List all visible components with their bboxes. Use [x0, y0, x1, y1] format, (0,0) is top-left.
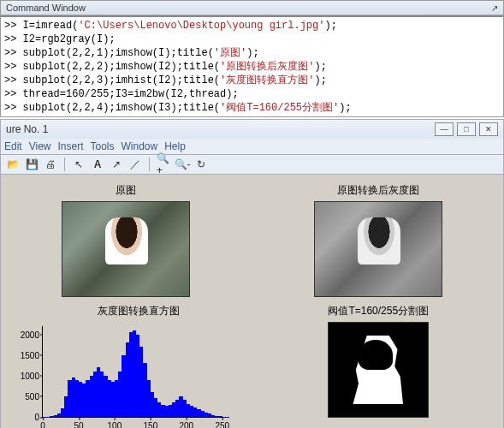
subplot-2: 原图转换后灰度图: [261, 183, 497, 297]
maximize-button[interactable]: □: [457, 122, 476, 136]
undock-icon[interactable]: ↗: [491, 3, 498, 13]
menu-tools[interactable]: Tools: [91, 140, 115, 152]
x-tick-label: 150: [144, 421, 158, 428]
y-tick-label: 1000: [10, 371, 39, 380]
command-line: >> I2=rgb2gray(I);: [4, 33, 500, 46]
command-window-body[interactable]: >> I=imread('C:\Users\Lenovo\Desktop\you…: [1, 15, 503, 116]
threshold-image: [328, 322, 429, 418]
open-icon[interactable]: 📂: [6, 158, 20, 171]
subplot-4: 阀值T=160/255分割图: [261, 304, 497, 428]
menu-view[interactable]: View: [29, 140, 51, 152]
y-tick-label: 2000: [10, 330, 39, 339]
subplot-2-title: 原图转换后灰度图: [337, 183, 419, 198]
x-tick-label: 100: [108, 421, 122, 428]
separator: [64, 158, 65, 171]
histogram-plot: 0500100015002000050100150200250: [8, 322, 230, 428]
x-tick-label: 50: [74, 421, 83, 428]
menu-window[interactable]: Window: [122, 140, 158, 152]
command-line: >> subplot(2,2,3);imhist(I2);title('灰度图转…: [4, 74, 500, 87]
command-line: >> thread=160/255;I3=im2bw(I2,thread);: [4, 87, 500, 101]
figure-menubar: EditViewInsertToolsWindowHelp: [0, 139, 504, 154]
histogram-bars: [43, 326, 226, 417]
window-buttons: — □ ✕: [435, 122, 498, 136]
original-image: [62, 201, 190, 297]
menu-edit[interactable]: Edit: [4, 140, 22, 152]
grayscale-image: [314, 201, 442, 297]
figure-titlebar: ure No. 1 — □ ✕: [0, 119, 504, 139]
command-line: >> subplot(2,2,2);imshow(I2);title('原图转换…: [4, 60, 500, 74]
print-icon[interactable]: 🖨: [44, 158, 57, 171]
subplot-grid: 原图 原图转换后灰度图 灰度图转换直方图 0500100015002000050…: [8, 183, 496, 428]
separator: [149, 158, 150, 171]
text-icon[interactable]: A: [91, 158, 104, 171]
command-window-titlebar: Command Window ↗: [1, 1, 503, 15]
y-tick-label: 0: [10, 413, 39, 422]
x-tick-label: 200: [179, 421, 193, 428]
command-line: >> subplot(2,2,4);imshow(I3);title('阀值T=…: [4, 101, 500, 115]
minimize-button[interactable]: —: [435, 122, 454, 136]
line-icon[interactable]: ／: [128, 158, 142, 171]
close-button[interactable]: ✕: [479, 122, 498, 136]
zoom-out-icon[interactable]: 🔍-: [175, 158, 189, 171]
subplot-3: 灰度图转换直方图 0500100015002000050100150200250: [8, 304, 244, 428]
figure-toolbar: 📂 💾 🖨 ↖ A ↗ ／ 🔍+ 🔍- ↻: [0, 154, 504, 175]
menu-insert[interactable]: Insert: [57, 140, 83, 152]
pointer-icon[interactable]: ↖: [72, 158, 86, 171]
figure-content: 原图 原图转换后灰度图 灰度图转换直方图 0500100015002000050…: [0, 175, 504, 428]
arrow-icon[interactable]: ↗: [110, 158, 123, 171]
y-tick-label: 1500: [10, 350, 39, 360]
zoom-in-icon[interactable]: 🔍+: [157, 158, 170, 171]
x-tick-label: 0: [40, 421, 45, 428]
figure-title: ure No. 1: [6, 123, 48, 135]
subplot-1-title: 原图: [116, 183, 136, 198]
subplot-4-title: 阀值T=160/255分割图: [328, 304, 429, 318]
command-window: Command Window ↗ >> I=imread('C:\Users\L…: [0, 0, 504, 117]
x-tick-label: 250: [215, 421, 229, 428]
figure-window: ure No. 1 — □ ✕ EditViewInsertToolsWindo…: [0, 119, 504, 428]
subplot-3-title: 灰度图转换直方图: [98, 304, 180, 318]
command-line: >> subplot(2,2,1);imshow(I);title('原图');: [4, 46, 500, 60]
histogram-axes: 0500100015002000050100150200250: [42, 326, 226, 418]
y-tick-label: 500: [10, 391, 39, 401]
command-window-title: Command Window: [6, 3, 86, 13]
command-line: >> I=imread('C:\Users\Lenovo\Desktop\you…: [4, 19, 500, 33]
menu-help[interactable]: Help: [164, 140, 186, 152]
subplot-1: 原图: [8, 183, 244, 297]
save-icon[interactable]: 💾: [25, 158, 39, 171]
rotate-icon[interactable]: ↻: [194, 158, 208, 171]
